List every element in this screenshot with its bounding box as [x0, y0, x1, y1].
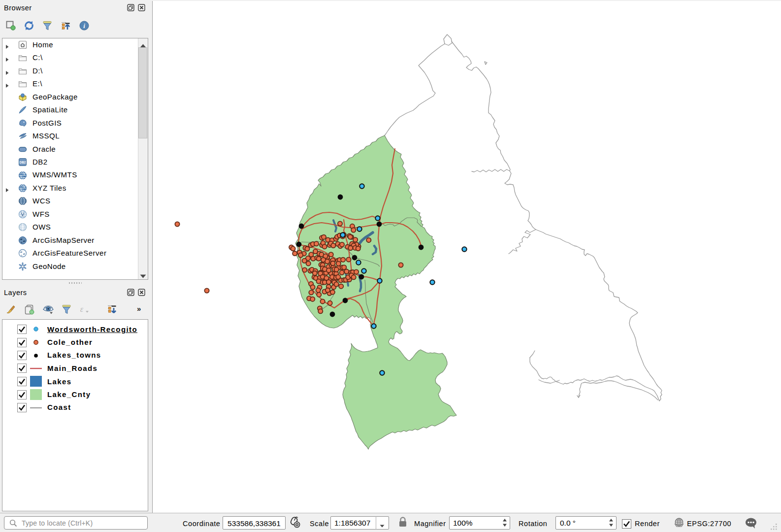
svg-text:ε: ε: [80, 305, 84, 313]
svg-text:DB2: DB2: [19, 161, 26, 164]
svg-text:i: i: [83, 22, 85, 30]
